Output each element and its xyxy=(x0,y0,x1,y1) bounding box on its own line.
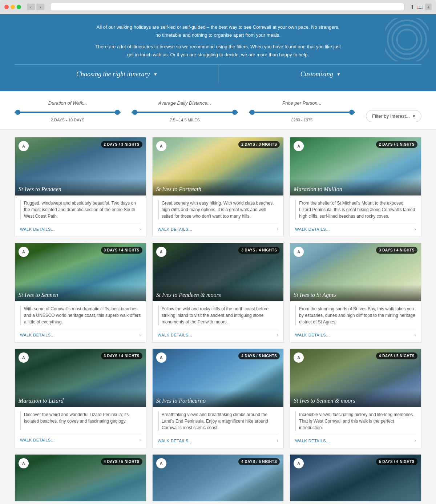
card-stives-sennen: A 3 DAYS / 4 NIGHTS St Ives to Sennen Wi… xyxy=(15,243,146,343)
forward-button[interactable]: › xyxy=(36,4,44,10)
badge-4: 3 DAYS / 4 NIGHTS xyxy=(101,247,142,254)
badge-9: 4 DAYS / 5 NIGHTS xyxy=(376,352,417,359)
distance-value: 7.5 - 14.5 MILES xyxy=(132,118,238,122)
arrow-icon-2: › xyxy=(277,226,279,232)
cards-section: A 2 DAYS / 3 NIGHTS St Ives to Pendeen R… xyxy=(0,130,436,504)
card-link-row-6: WALK DETAILS... › xyxy=(295,329,416,338)
distance-track xyxy=(132,112,238,113)
accordion-item-itinerary[interactable]: Choosing the right itinerary ▾ xyxy=(15,65,218,84)
badge-6: 3 DAYS / 4 NIGHTS xyxy=(376,247,417,254)
walk-details-link-4[interactable]: WALK DETAILS... xyxy=(20,333,55,337)
new-tab-button[interactable]: + xyxy=(425,4,432,10)
avatar-5: A xyxy=(156,247,166,257)
duration-value: 2 DAYS - 10 DAYS xyxy=(15,118,121,122)
card-desc-3: From the shelter of St Michael's Mount t… xyxy=(295,200,416,219)
price-label: Price per Person... xyxy=(249,100,355,106)
arrow-icon-8: › xyxy=(277,438,279,444)
card-desc-5: Follow the wild and rocky cliffs of the … xyxy=(158,306,279,325)
walk-details-link-7[interactable]: WALK DETAILS... xyxy=(20,438,55,442)
distance-thumb-left[interactable] xyxy=(132,110,137,115)
card-image-wrap-3: A 2 DAYS / 3 NIGHTS Marazion to Mullion xyxy=(290,137,421,195)
address-bar[interactable] xyxy=(50,3,404,11)
price-thumb-right[interactable] xyxy=(349,110,354,115)
interest-filter-button[interactable]: Filter by Interest... ▾ xyxy=(366,110,421,122)
card-body-1: Rugged, windswept and absolutely beautif… xyxy=(15,195,146,237)
card-stives-pendeen-moors: A 3 DAYS / 4 NIGHTS St Ives to Pendeen &… xyxy=(152,243,284,343)
duration-filter: Duration of Walk... 2 DAYS - 10 DAYS xyxy=(15,100,121,122)
avatar-11: A xyxy=(156,458,166,468)
close-button[interactable] xyxy=(4,5,9,9)
avatar-2: A xyxy=(156,141,166,151)
arrow-icon-3: › xyxy=(414,226,416,232)
card-desc-2: Great scenery with easy hiking. With wor… xyxy=(158,200,279,219)
chevron-down-icon-2: ▾ xyxy=(337,71,339,77)
cards-row-1: A 2 DAYS / 3 NIGHTS St Ives to Pendeen R… xyxy=(15,137,421,237)
share-button[interactable]: ⬆ xyxy=(410,4,415,10)
duration-track xyxy=(15,112,121,113)
card-image-wrap-5: A 3 DAYS / 4 NIGHTS St Ives to Pendeen &… xyxy=(153,243,284,301)
back-button[interactable]: ‹ xyxy=(27,4,35,10)
cards-row-2: A 3 DAYS / 4 NIGHTS St Ives to Sennen Wi… xyxy=(15,243,421,343)
interest-chevron-icon: ▾ xyxy=(413,113,415,119)
card-stives-portreath: A 2 DAYS / 3 NIGHTS St Ives to Portreath… xyxy=(152,137,284,237)
card-link-row-1: WALK DETAILS... › xyxy=(20,223,141,232)
chevron-down-icon: ▾ xyxy=(154,71,156,77)
distance-thumb-right[interactable] xyxy=(232,110,237,115)
maximize-button[interactable] xyxy=(17,5,21,9)
badge-1: 2 DAYS / 3 NIGHTS xyxy=(101,141,142,148)
badge-12: 5 DAYS / 6 NIGHTS xyxy=(376,458,417,465)
badge-5: 3 DAYS / 4 NIGHTS xyxy=(238,247,280,254)
card-title-stives-stagnes: St Ives to St Agnes xyxy=(290,285,421,301)
walk-details-link-8[interactable]: WALK DETAILS... xyxy=(158,439,193,443)
duration-thumb-left[interactable] xyxy=(15,110,20,115)
card-desc-7: Discover the weird and wonderful Lizard … xyxy=(20,411,141,430)
walk-details-link-6[interactable]: WALK DETAILS... xyxy=(295,333,330,337)
card-title-stives-porthcurno: St Ives to Porthcurno xyxy=(153,390,284,407)
duration-slider[interactable] xyxy=(15,109,121,116)
duration-label: Duration of Walk... xyxy=(15,100,121,106)
distance-slider[interactable] xyxy=(132,109,238,116)
card-row4-1: A 4 DAYS / 5 NIGHTS xyxy=(15,454,146,501)
card-image-wrap-8: A 4 DAYS / 5 NIGHTS St Ives to Porthcurn… xyxy=(153,349,284,407)
card-desc-9: Incredible views, fascinating history an… xyxy=(295,411,416,431)
walk-details-link-5[interactable]: WALK DETAILS... xyxy=(158,333,193,337)
card-body-7: Discover the weird and wonderful Lizard … xyxy=(15,407,146,447)
price-slider[interactable] xyxy=(249,109,355,116)
hero-text-2: There are a lot of itineraries to browse… xyxy=(94,43,342,59)
card-image-wrap-9: A 4 DAYS / 5 NIGHTS St Ives to Sennen & … xyxy=(290,349,421,407)
card-image-wrap-4: A 3 DAYS / 4 NIGHTS St Ives to Sennen xyxy=(15,243,146,301)
browser-navigation: ‹ › xyxy=(27,4,44,10)
card-link-row-3: WALK DETAILS... › xyxy=(295,223,416,232)
interest-filter-label: Filter by Interest... xyxy=(372,113,410,119)
accordion-item-customising[interactable]: Customising ▾ xyxy=(218,65,422,84)
bookmark-button[interactable]: 📖 xyxy=(417,4,423,10)
card-image-wrap-2: A 2 DAYS / 3 NIGHTS St Ives to Portreath xyxy=(153,137,284,195)
hero-text-1: All of our walking holidays are self-led… xyxy=(94,23,342,39)
card-image-wrap-1: A 2 DAYS / 3 NIGHTS St Ives to Pendeen xyxy=(15,137,146,195)
card-body-5: Follow the wild and rocky cliffs of the … xyxy=(153,301,284,342)
card-link-row-8: WALK DETAILS... › xyxy=(158,435,279,444)
card-link-row-4: WALK DETAILS... › xyxy=(20,329,141,338)
card-body-8: Breathtaking views and breathtaking clim… xyxy=(153,407,284,448)
walk-details-link-2[interactable]: WALK DETAILS... xyxy=(158,227,193,231)
duration-thumb-right[interactable] xyxy=(115,110,120,115)
walk-details-link-3[interactable]: WALK DETAILS... xyxy=(295,227,330,231)
page-wrapper: All of our walking holidays are self-led… xyxy=(0,14,436,504)
walk-details-link-9[interactable]: WALK DETAILS... xyxy=(295,439,330,443)
walk-details-link-1[interactable]: WALK DETAILS... xyxy=(20,227,55,231)
card-desc-8: Breathtaking views and breathtaking clim… xyxy=(158,411,279,431)
price-thumb-left[interactable] xyxy=(250,110,255,115)
card-marazion-mullion: A 2 DAYS / 3 NIGHTS Marazion to Mullion … xyxy=(290,137,421,237)
minimize-button[interactable] xyxy=(11,5,15,9)
price-filter: Price per Person... £280 - £975 xyxy=(249,100,355,122)
card-body-2: Great scenery with easy hiking. With wor… xyxy=(153,195,284,237)
arrow-icon-9: › xyxy=(414,438,416,444)
card-image-wrap-7: A 3 DAYS / 4 NIGHTS Marazion to Lizard xyxy=(15,349,146,407)
browser-chrome: ‹ › ⬆ 📖 + xyxy=(0,0,436,14)
card-link-row-9: WALK DETAILS... › xyxy=(295,435,416,444)
card-link-row-5: WALK DETAILS... › xyxy=(158,329,279,338)
badge-11: 4 DAYS / 5 NIGHTS xyxy=(238,458,280,465)
traffic-lights xyxy=(4,5,21,9)
filters-row: Duration of Walk... 2 DAYS - 10 DAYS Ave… xyxy=(15,100,421,122)
card-title-marazion-mullion: Marazion to Mullion xyxy=(290,179,421,195)
